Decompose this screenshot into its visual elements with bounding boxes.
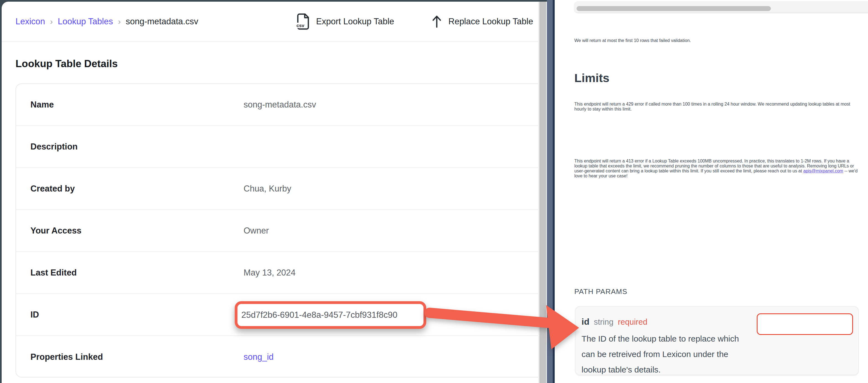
breadcrumb-separator: › [50, 17, 53, 26]
left-window-scrollbar-thumb[interactable] [539, 2, 546, 383]
horizontal-scrollbar-track [574, 1, 868, 13]
breadcrumb-current-file: song-metadata.csv [126, 16, 198, 27]
app-header: Lexicon › Lookup Tables › song-metadata.… [2, 2, 538, 42]
detail-row-id: ID 25d7f2b6-6901-4e8a-9457-7cbf931f8c90 [16, 294, 538, 336]
window-divider [547, 0, 553, 383]
properties-linked-label: Properties Linked [30, 352, 103, 362]
lookup-table-details-window: Lexicon › Lookup Tables › song-metadata.… [2, 2, 538, 383]
your-access-value: Owner [244, 226, 269, 236]
detail-row-last-edited: Last Edited May 13, 2024 [16, 252, 538, 294]
svg-text:csv: csv [297, 23, 305, 28]
api-docs-window: We will return at most the first 10 rows… [555, 0, 868, 383]
param-type: string [594, 317, 613, 327]
properties-linked-value-link[interactable]: song_id [244, 352, 274, 362]
docs-413-paragraph: This endpoint will return a 413 error if… [574, 159, 861, 178]
id-value[interactable]: 25d7f2b6-6901-4e8a-9457-7cbf931f8c90 [241, 310, 398, 320]
limits-heading: Limits [574, 71, 610, 85]
export-button-label: Export Lookup Table [316, 16, 394, 27]
replace-lookup-table-button[interactable]: Replace Lookup Table [431, 2, 533, 41]
docs-intro-text: We will return at most the first 10 rows… [574, 38, 861, 43]
created-by-label: Created by [30, 184, 75, 194]
last-edited-label: Last Edited [30, 268, 77, 278]
detail-row-created-by: Created by Chua, Kurby [16, 168, 538, 210]
param-header: id string required [582, 317, 647, 327]
breadcrumb: Lexicon › Lookup Tables › song-metadata.… [16, 2, 198, 41]
detail-row-description: Description [16, 126, 538, 168]
breadcrumb-lookup-tables[interactable]: Lookup Tables [58, 16, 113, 27]
param-required-badge: required [618, 317, 647, 327]
docs-429-paragraph: This endpoint will return a 429 error if… [574, 102, 861, 112]
last-edited-value: May 13, 2024 [244, 268, 296, 278]
your-access-label: Your Access [30, 226, 82, 236]
created-by-value: Chua, Kurby [244, 184, 291, 194]
path-params-heading: PATH PARAMS [574, 287, 627, 296]
apis-mixpanel-email-link[interactable]: apis@mixpanel.com [803, 169, 843, 173]
lookup-table-details-card: Name song-metadata.csv Description Creat… [16, 83, 538, 378]
description-label: Description [30, 142, 78, 152]
page-title: Lookup Table Details [16, 58, 118, 70]
name-value: song-metadata.csv [244, 100, 316, 110]
detail-row-your-access: Your Access Owner [16, 210, 538, 252]
name-label: Name [30, 100, 54, 110]
replace-button-label: Replace Lookup Table [448, 16, 533, 27]
detail-row-name: Name song-metadata.csv [16, 84, 538, 126]
breadcrumb-separator: › [118, 17, 121, 26]
id-param-input[interactable] [757, 313, 853, 335]
export-lookup-table-button[interactable]: csv Export Lookup Table [296, 2, 394, 41]
horizontal-scrollbar-thumb[interactable] [577, 6, 771, 11]
path-params-box: id string required The ID of the lookup … [575, 306, 859, 375]
breadcrumb-lexicon[interactable]: Lexicon [16, 16, 45, 27]
csv-file-icon: csv [296, 13, 310, 30]
id-highlight-annotation: 25d7f2b6-6901-4e8a-9457-7cbf931f8c90 [235, 301, 426, 329]
detail-row-properties-linked: Properties Linked song_id [16, 336, 538, 378]
param-description: The ID of the lookup table to replace wh… [582, 331, 748, 378]
id-label: ID [30, 310, 39, 320]
upload-arrow-icon [431, 15, 442, 28]
window-divider-shadow [553, 0, 555, 383]
param-name: id [582, 317, 589, 327]
